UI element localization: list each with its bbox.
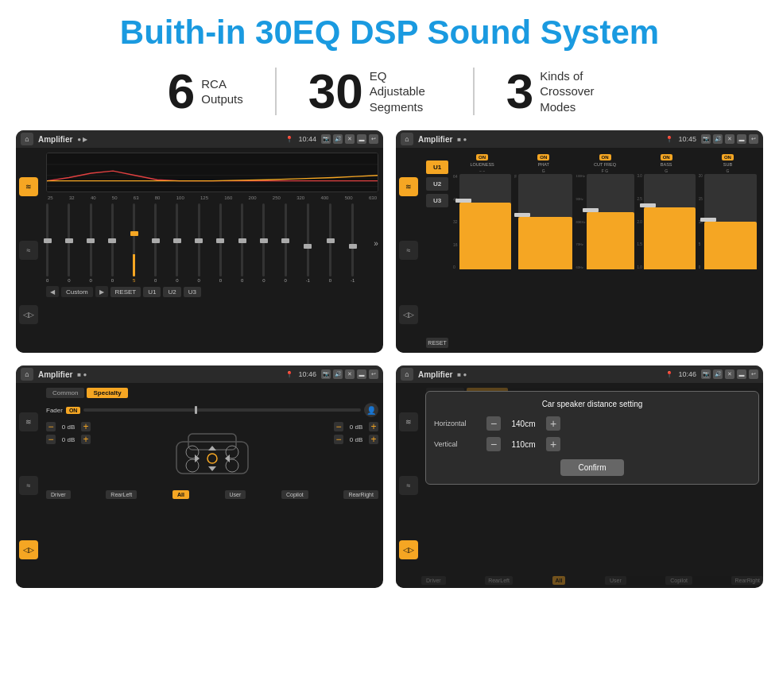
screen-fader: ⌂ Amplifier ■ ● 📍 10:46 📷 🔊 ✕ ▬ ↩ ≋ ≈ ◁▷: [16, 365, 383, 588]
dist-topbar-icons4: ■ ●: [457, 371, 467, 378]
mixer-ch-cutfreq-on[interactable]: ON: [599, 154, 611, 160]
eq-slider-13[interactable]: -1: [306, 203, 310, 283]
eq-prev-btn[interactable]: ◀: [46, 286, 59, 297]
fader-topbar-title: Amplifier: [38, 370, 72, 379]
fader-on-btn[interactable]: ON: [66, 407, 81, 414]
eq-slider-12[interactable]: 0: [284, 203, 286, 283]
topbar-home-icon[interactable]: ⌂: [21, 133, 33, 145]
dist-sidebar: ≋ ≈ ◁▷: [396, 383, 421, 588]
fader-cam-icon: 📷: [321, 369, 331, 379]
vol-minus-4[interactable]: −: [334, 435, 343, 444]
vol-minus-2[interactable]: −: [46, 435, 56, 444]
fader-topbar-home[interactable]: ⌂: [21, 368, 33, 381]
fader-tabs: Common Specialty: [46, 388, 378, 398]
mixer-ch-loudness-on[interactable]: ON: [476, 154, 488, 160]
eq-reset-btn[interactable]: RESET: [110, 287, 141, 297]
vol-minus-1[interactable]: −: [46, 422, 56, 431]
eq-slider-7[interactable]: 0: [176, 203, 178, 283]
fader-sidebar-wave-icon[interactable]: ≈: [19, 476, 38, 495]
vol-plus-3[interactable]: +: [369, 422, 378, 431]
fader-sidebar-eq-icon[interactable]: ≋: [19, 412, 38, 431]
mixer-u3-btn[interactable]: U3: [426, 194, 448, 207]
eq-graph: [46, 153, 378, 192]
dist-sidebar-vol-icon[interactable]: ◁▷: [399, 540, 418, 559]
dist-horizontal-plus[interactable]: +: [546, 416, 560, 431]
svg-point-11: [207, 454, 217, 463]
mixer-topbar: ⌂ Amplifier ■ ● 📍 10:45 📷 🔊 ✕ ▬ ↩: [396, 130, 763, 148]
eq-slider-1[interactable]: 0: [46, 203, 48, 283]
dist-horizontal-row: Horizontal − 140cm +: [434, 416, 750, 431]
stat-eq-text: EQ AdjustableSegments: [370, 68, 441, 115]
eq-sidebar-wave-icon[interactable]: ≈: [19, 241, 38, 260]
mixer-topbar-pin: 📍: [665, 136, 673, 143]
eq-slider-2[interactable]: 0: [68, 203, 70, 283]
fader-user-btn[interactable]: User: [225, 490, 246, 499]
mixer-topbar-home[interactable]: ⌂: [401, 133, 413, 145]
svg-marker-13: [208, 466, 216, 471]
vol-plus-4[interactable]: +: [369, 435, 378, 444]
dist-topbar-home[interactable]: ⌂: [401, 368, 413, 381]
fader-driver-btn[interactable]: Driver: [46, 490, 71, 499]
dist-horizontal-label: Horizontal: [434, 420, 482, 427]
eq-slider-8[interactable]: 0: [198, 203, 200, 283]
eq-play-btn[interactable]: ▶: [95, 286, 108, 297]
screen-eq: ⌂ Amplifier ● ▶ 📍 10:44 📷 🔊 ✕ ▬ ↩ ≋ ≈ ◁▷: [16, 130, 383, 353]
fader-tab-specialty[interactable]: Specialty: [87, 388, 127, 398]
eq-slider-9[interactable]: 0: [219, 203, 222, 283]
mixer-ch-bass-on[interactable]: ON: [661, 154, 672, 160]
dist-horizontal-value: 140cm: [506, 420, 541, 428]
vol-plus-2[interactable]: +: [81, 435, 91, 444]
fader-tab-common[interactable]: Common: [46, 388, 84, 398]
eq-slider-4[interactable]: 0: [111, 203, 114, 283]
eq-slider-6[interactable]: 0: [154, 203, 157, 283]
dist-vertical-minus[interactable]: −: [486, 437, 501, 451]
mixer-u1-btn[interactable]: U1: [426, 160, 448, 174]
fader-rearleft-btn[interactable]: RearLeft: [106, 490, 137, 499]
fader-sidebar-vol-icon[interactable]: ◁▷: [19, 540, 38, 559]
eq-u2-btn[interactable]: U2: [163, 287, 180, 297]
fader-topbar-pin: 📍: [285, 371, 293, 378]
stat-eq: 30 EQ AdjustableSegments: [277, 67, 473, 116]
eq-sidebar-vol-icon[interactable]: ◁▷: [19, 305, 38, 324]
fader-all-btn[interactable]: All: [172, 490, 189, 499]
eq-content: 253240506380100125160200250320400500630 …: [41, 148, 383, 353]
dist-cam-icon: 📷: [701, 369, 711, 379]
eq-slider-14[interactable]: 0: [329, 203, 331, 283]
eq-slider-3[interactable]: 0: [89, 203, 91, 283]
eq-slider-11[interactable]: 0: [262, 203, 265, 283]
mixer-sidebar-wave-icon[interactable]: ≈: [399, 241, 418, 260]
mixer-back-icon: ↩: [749, 134, 758, 144]
eq-slider-10[interactable]: 0: [241, 203, 243, 283]
mixer-sidebar-eq-icon[interactable]: ≋: [399, 177, 418, 196]
fader-slider[interactable]: [83, 408, 361, 412]
eq-u1-btn[interactable]: U1: [143, 287, 161, 297]
mixer-u2-btn[interactable]: U2: [426, 177, 448, 191]
topbar-rect-icon: ▬: [357, 134, 366, 144]
eq-slider-15[interactable]: -1: [351, 203, 355, 283]
eq-sidebar-eq-icon[interactable]: ≋: [19, 177, 38, 196]
mixer-ch-bass: ON BASS G 3.02.52.01.51.0: [638, 154, 696, 346]
dist-horizontal-minus[interactable]: −: [486, 416, 501, 431]
fader-rearright-btn[interactable]: RearRight: [343, 490, 378, 499]
vol-val-2: 0 dB: [58, 436, 79, 443]
vol-val-3: 0 dB: [346, 423, 366, 431]
vol-minus-3[interactable]: −: [334, 422, 343, 431]
mixer-reset-btn[interactable]: RESET: [426, 338, 448, 348]
mixer-sidebar-vol-icon[interactable]: ◁▷: [399, 305, 418, 324]
mixer-ch-phat-on[interactable]: ON: [537, 154, 549, 160]
dist-sidebar-wave-icon[interactable]: ≈: [399, 476, 418, 495]
mixer-ch-sub-on[interactable]: ON: [722, 154, 734, 160]
eq-bottom-bar: ◀ Custom ▶ RESET U1 U2 U3: [46, 286, 378, 297]
dist-confirm-btn[interactable]: Confirm: [560, 459, 624, 476]
dist-sidebar-eq-icon[interactable]: ≋: [399, 412, 418, 431]
eq-more-icon[interactable]: »: [374, 239, 378, 248]
eq-slider-5[interactable]: 5: [133, 203, 135, 283]
eq-u3-btn[interactable]: U3: [184, 287, 201, 297]
svg-marker-12: [208, 446, 216, 451]
dist-vertical-plus[interactable]: +: [546, 437, 560, 451]
dist-vertical-value: 110cm: [506, 440, 541, 449]
eq-sidebar: ≋ ≈ ◁▷: [16, 148, 41, 353]
vol-plus-1[interactable]: +: [81, 422, 91, 431]
fader-x-icon: ✕: [345, 369, 355, 379]
fader-copilot-btn[interactable]: Copilot: [281, 490, 308, 499]
